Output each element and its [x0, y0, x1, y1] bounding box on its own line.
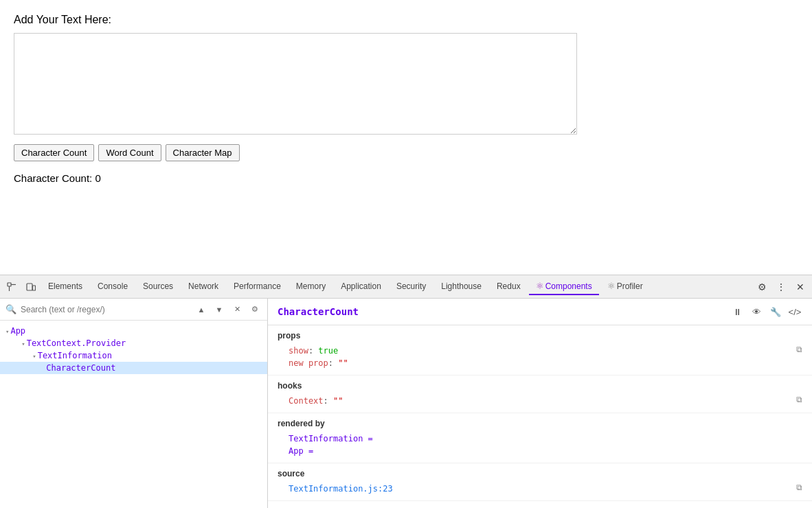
search-clear-button[interactable]: ✕ [230, 303, 244, 316]
tree-item-textinformation[interactable]: ▾TextInformation [0, 349, 267, 362]
search-prev-button[interactable]: ▲ [194, 303, 208, 316]
rendered-by-textinfo: TextInformation = [278, 432, 802, 445]
selected-component-name: CharacterCount [278, 306, 359, 317]
right-panel: CharacterCount ⏸ 👁 🔧 </> props ⧉ show: t… [268, 299, 812, 508]
rendered-by-section: rendered by TextInformation = App = [268, 413, 812, 463]
tab-sources[interactable]: Sources [136, 279, 180, 295]
char-count-display: Character Count: 0 [14, 172, 798, 184]
prop-value-newprop: "" [338, 358, 348, 368]
devtools-right-icons: ⚙ ⋮ ✕ [753, 278, 809, 296]
hook-row-context: Context: "" [278, 395, 802, 407]
props-title: props [278, 331, 802, 340]
view-source-button[interactable]: 👁 [749, 304, 764, 319]
character-map-button[interactable]: Character Map [166, 144, 240, 161]
hooks-section: hooks ⧉ Context: "" [268, 376, 812, 413]
tab-network[interactable]: Network [181, 279, 225, 295]
search-input[interactable] [21, 305, 190, 314]
rendered-by-app: App = [278, 445, 802, 457]
search-bar: 🔍 ▲ ▼ ✕ ⚙ [0, 299, 267, 321]
hook-value-context: "" [333, 396, 343, 406]
svg-rect-3 [27, 284, 32, 290]
search-settings-button[interactable]: ⚙ [248, 303, 262, 316]
tab-components[interactable]: ⚛Components [529, 278, 599, 295]
hooks-title: hooks [278, 381, 802, 391]
prop-key-show: show [289, 346, 308, 356]
source-copy-button[interactable]: ⧉ [796, 483, 802, 492]
tree-item-charactercount[interactable]: CharacterCount [0, 362, 267, 374]
tab-security[interactable]: Security [390, 279, 433, 295]
character-count-button[interactable]: Character Count [14, 144, 94, 161]
prop-row-newprop: new prop: "" [278, 357, 802, 369]
settings-button[interactable]: ⚙ [753, 278, 771, 296]
copy-props-button[interactable]: </> [787, 304, 802, 319]
suspend-button[interactable]: ⏸ [730, 304, 745, 319]
tree-item-textcontext[interactable]: ▾TextContext.Provider [0, 337, 267, 349]
app-label: Add Your Text Here: [14, 14, 798, 26]
search-next-button[interactable]: ▼ [212, 303, 226, 316]
component-header: CharacterCount ⏸ 👁 🔧 </> [268, 299, 812, 325]
header-icons: ⏸ 👁 🔧 </> [730, 304, 802, 319]
svg-rect-4 [33, 286, 36, 290]
tab-lighthouse[interactable]: Lighthouse [434, 279, 488, 295]
left-panel: 🔍 ▲ ▼ ✕ ⚙ ▾App ▾TextContext.Provider ▾Te… [0, 299, 268, 508]
devtools-panel: Elements Console Sources Network Perform… [0, 275, 812, 508]
word-count-button[interactable]: Word Count [98, 144, 161, 161]
tree-item-app[interactable]: ▾App [0, 325, 267, 337]
devtools-topbar: Elements Console Sources Network Perform… [0, 275, 812, 299]
more-options-button[interactable]: ⋮ [772, 278, 790, 296]
source-section: source ⧉ TextInformation.js:23 [268, 463, 812, 501]
button-row: Character Count Word Count Character Map [14, 144, 798, 161]
svg-rect-0 [8, 283, 11, 286]
hooks-copy-button[interactable]: ⧉ [796, 395, 802, 404]
component-tree: ▾App ▾TextContext.Provider ▾TextInformat… [0, 321, 267, 508]
props-section: props ⧉ show: true new prop: "" [268, 325, 812, 376]
prop-row-show: show: true [278, 345, 802, 357]
search-icon: 🔍 [5, 304, 16, 314]
devtools-body: 🔍 ▲ ▼ ✕ ⚙ ▾App ▾TextContext.Provider ▾Te… [0, 299, 812, 508]
source-title: source [278, 469, 802, 478]
close-devtools-button[interactable]: ✕ [791, 278, 809, 296]
inspect-element-button[interactable] [3, 278, 21, 296]
hook-key-context: Context [289, 396, 324, 406]
device-toolbar-button[interactable] [22, 278, 40, 296]
props-copy-button[interactable]: ⧉ [796, 345, 802, 354]
tab-performance[interactable]: Performance [227, 279, 288, 295]
tab-elements[interactable]: Elements [41, 279, 89, 295]
tab-application[interactable]: Application [334, 279, 388, 295]
source-value[interactable]: TextInformation.js:23 [278, 483, 802, 495]
inspect-dom-button[interactable]: 🔧 [768, 304, 783, 319]
text-input[interactable] [14, 33, 577, 135]
tab-console[interactable]: Console [91, 279, 135, 295]
tab-redux[interactable]: Redux [490, 279, 528, 295]
app-area: Add Your Text Here: Character Count Word… [0, 0, 812, 275]
prop-key-newprop: new prop [289, 358, 328, 368]
tab-profiler[interactable]: ⚛Profiler [600, 278, 650, 295]
rendered-by-title: rendered by [278, 419, 802, 428]
tab-memory[interactable]: Memory [289, 279, 332, 295]
prop-value-show: true [318, 346, 338, 356]
